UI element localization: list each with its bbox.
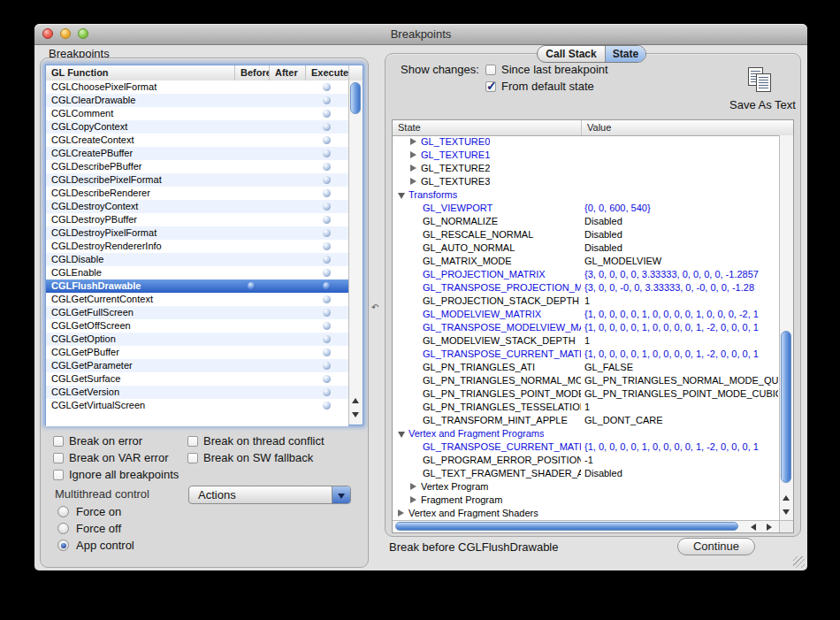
breakpoint-orb-execute[interactable] xyxy=(323,388,331,396)
break-on-sw-fallback-checkbox[interactable] xyxy=(187,453,198,463)
breakpoint-orb-execute[interactable] xyxy=(323,322,331,330)
disclosure-triangle[interactable] xyxy=(398,509,404,517)
continue-button[interactable]: Continue xyxy=(677,538,755,555)
gl-function-row[interactable]: CGLCreateContext xyxy=(46,134,348,147)
state-row[interactable]: Fragment Program xyxy=(393,494,779,507)
breakpoint-orb-execute[interactable] xyxy=(323,309,331,317)
column-header-state[interactable]: State xyxy=(393,120,581,135)
state-row[interactable]: GL_TRANSPOSE_MODELVIEW_MAT{1, 0, 0, 0, 0… xyxy=(393,321,779,334)
from-default-state-checkbox[interactable] xyxy=(485,81,496,92)
gl-function-row[interactable]: CGLDescribeRenderer xyxy=(46,187,348,200)
tab-state[interactable]: State xyxy=(606,46,645,62)
state-row[interactable]: Transforms xyxy=(393,188,779,202)
gl-function-row[interactable]: CGLDestroyRendererInfo xyxy=(46,240,348,253)
app-control-radio[interactable] xyxy=(57,540,69,551)
state-row[interactable]: GL_TEXTURE1 xyxy=(393,149,779,162)
state-row[interactable]: GL_TRANSPOSE_CURRENT_MATRI{1, 0, 0, 0, 0… xyxy=(393,348,779,361)
breakpoint-orb-execute[interactable] xyxy=(323,295,331,303)
force-on-radio[interactable] xyxy=(57,506,69,517)
breakpoint-orb-execute[interactable] xyxy=(323,136,331,144)
break-on-error-checkbox[interactable] xyxy=(53,436,64,447)
breakpoint-orb-execute[interactable] xyxy=(323,362,331,370)
state-row[interactable]: GL_TRANSPOSE_PROJECTION_MAT{3, 0, 0, -0,… xyxy=(393,281,779,295)
gl-function-row[interactable]: CGLComment xyxy=(46,107,348,120)
state-row[interactable]: GL_TEXTURE2 xyxy=(393,162,779,175)
state-row[interactable]: GL_MODELVIEW_MATRIX{1, 0, 0, 0, 0, 1, 0,… xyxy=(393,308,779,321)
breakpoint-orb-execute[interactable] xyxy=(323,269,331,277)
scroll-up-arrow-icon[interactable] xyxy=(783,495,790,501)
gl-function-row[interactable]: CGLGetPBuffer xyxy=(46,346,348,359)
save-as-text-button[interactable] xyxy=(748,67,776,96)
disclosure-triangle[interactable] xyxy=(410,483,416,490)
breakpoint-orb-execute[interactable] xyxy=(323,203,331,210)
force-off-radio[interactable] xyxy=(57,523,69,534)
breakpoint-orb-execute[interactable] xyxy=(323,282,331,290)
gl-function-row[interactable]: CGLDestroyPixelFormat xyxy=(46,226,348,240)
disclosure-triangle[interactable] xyxy=(410,165,416,172)
minimize-button[interactable] xyxy=(60,28,71,39)
breakpoint-orb-execute[interactable] xyxy=(323,149,331,157)
state-row[interactable]: GL_PROJECTION_MATRIX{3, 0, 0, 0, 0, 3.33… xyxy=(393,268,779,281)
disclosure-triangle[interactable] xyxy=(410,178,416,185)
state-row[interactable]: GL_MATRIX_MODEGL_MODELVIEW xyxy=(393,255,779,268)
gl-function-row[interactable]: CGLDescribePBuffer xyxy=(46,160,348,173)
state-row[interactable]: GL_PROJECTION_STACK_DEPTH1 xyxy=(393,295,779,308)
state-row[interactable]: GL_MODELVIEW_STACK_DEPTH1 xyxy=(393,334,779,348)
gl-function-row[interactable]: CGLGetVirtualScreen xyxy=(46,399,348,412)
gl-function-row[interactable]: CGLGetOffScreen xyxy=(46,319,348,333)
breakpoint-orb-execute[interactable] xyxy=(323,375,331,383)
gl-function-row[interactable]: CGLGetVersion xyxy=(46,386,348,399)
break-on-var-error-checkbox[interactable] xyxy=(53,453,64,463)
state-row[interactable]: GL_AUTO_NORMALDisabled xyxy=(393,241,779,255)
scroll-down-arrow-icon[interactable] xyxy=(352,412,359,417)
gl-function-row[interactable]: CGLDescribePixelFormat xyxy=(46,173,348,187)
actions-popup-button[interactable]: Actions xyxy=(188,486,351,504)
state-row[interactable]: GL_TEXT_FRAGMENT_SHADER_ATDisabled xyxy=(393,467,779,480)
state-row[interactable]: GL_TRANSPOSE_CURRENT_MATRI{1, 0, 0, 0, 0… xyxy=(393,440,779,454)
state-row[interactable]: GL_NORMALIZEDisabled xyxy=(393,215,779,228)
column-header-before[interactable]: Before xyxy=(234,65,269,80)
disclosure-triangle[interactable] xyxy=(410,151,416,158)
column-header-gl-function[interactable]: GL Function xyxy=(46,65,234,80)
ignore-all-breakpoints-checkbox[interactable] xyxy=(53,470,64,480)
disclosure-triangle[interactable] xyxy=(410,138,416,145)
close-button[interactable] xyxy=(42,28,53,39)
gl-function-row[interactable]: CGLChoosePixelFormat xyxy=(46,80,348,94)
breakpoint-orb-execute[interactable] xyxy=(323,402,331,410)
gl-function-row[interactable]: CGLCreatePBuffer xyxy=(46,147,348,160)
gl-function-row[interactable]: CGLClearDrawable xyxy=(46,94,348,107)
state-row[interactable]: GL_VIEWPORT{0, 0, 600, 540} xyxy=(393,202,779,215)
scroll-down-arrow-icon[interactable] xyxy=(783,509,790,515)
gl-function-row[interactable]: CGLDestroyPBuffer xyxy=(46,213,348,226)
state-row[interactable]: GL_RESCALE_NORMALDisabled xyxy=(393,228,779,241)
gl-function-row[interactable]: CGLGetOption xyxy=(46,333,348,346)
gl-function-row[interactable]: CGLEnable xyxy=(46,266,348,279)
scrollbar-thumb[interactable] xyxy=(350,82,361,114)
breakpoint-orb-execute[interactable] xyxy=(323,176,331,184)
state-row[interactable]: GL_PN_TRIANGLES_POINT_MODE_GL_PN_TRIANGL… xyxy=(393,387,779,401)
breakpoint-orb-execute[interactable] xyxy=(323,123,331,131)
breakpoint-orb-execute[interactable] xyxy=(323,83,331,91)
tab-call-stack[interactable]: Call Stack xyxy=(538,46,606,62)
state-horizontal-scrollbar[interactable] xyxy=(393,520,779,532)
state-row[interactable]: GL_PN_TRIANGLES_ATIGL_FALSE xyxy=(393,361,779,374)
breakpoint-orb-execute[interactable] xyxy=(323,256,331,264)
state-row[interactable]: Vertex Program xyxy=(393,480,779,494)
zoom-button[interactable] xyxy=(78,28,88,39)
gl-function-row[interactable]: CGLGetFullScreen xyxy=(46,306,348,319)
scroll-right-arrow-icon[interactable] xyxy=(767,524,772,531)
resize-grip[interactable] xyxy=(793,556,805,568)
gl-function-row[interactable]: CGLGetParameter xyxy=(46,359,348,372)
state-row[interactable]: GL_TEXTURE0 xyxy=(393,135,779,149)
breakpoint-orb-execute[interactable] xyxy=(323,96,331,104)
gl-function-row[interactable]: CGLFlushDrawable xyxy=(46,279,348,293)
state-row[interactable]: Vertex and Fragment Shaders xyxy=(393,507,779,520)
gl-table-vertical-scrollbar[interactable] xyxy=(348,80,363,425)
column-header-value[interactable]: Value xyxy=(581,120,793,135)
disclosure-triangle[interactable] xyxy=(410,496,416,503)
column-header-execute[interactable]: Execute xyxy=(305,65,348,80)
breakpoint-orb-execute[interactable] xyxy=(323,229,331,237)
disclosure-triangle[interactable] xyxy=(398,193,405,199)
state-row[interactable]: GL_PN_TRIANGLES_TESSELATION_1 xyxy=(393,401,779,414)
state-vertical-scrollbar[interactable] xyxy=(779,135,793,520)
